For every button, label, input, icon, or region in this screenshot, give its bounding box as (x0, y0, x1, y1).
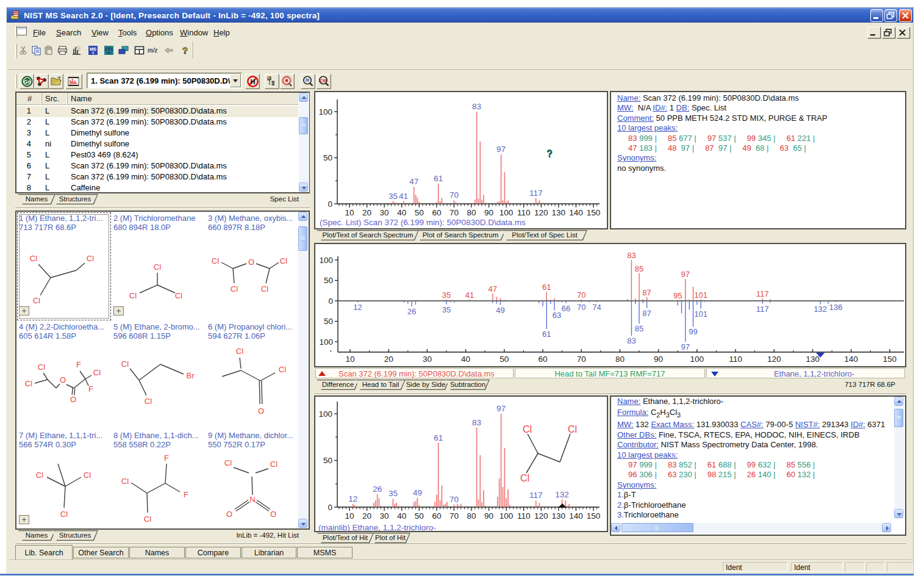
svg-text:49: 49 (496, 306, 504, 315)
svg-text:117: 117 (756, 289, 769, 298)
svg-text:Cl: Cl (212, 256, 219, 265)
svg-text:40: 40 (461, 355, 470, 364)
svg-text:60: 60 (432, 208, 441, 217)
svg-text:Cl: Cl (568, 424, 577, 434)
svg-text:CR: CR (320, 78, 327, 84)
svg-text:70: 70 (449, 190, 459, 200)
svg-text:136: 136 (829, 303, 842, 312)
svg-text:120: 120 (767, 355, 781, 364)
svg-text:95: 95 (673, 291, 682, 300)
svg-text:50: 50 (323, 456, 332, 465)
svg-text:12: 12 (353, 303, 362, 312)
svg-text:90: 90 (654, 355, 663, 364)
svg-text:Cl: Cl (236, 347, 243, 356)
svg-text:83: 83 (627, 336, 636, 345)
svg-text:Cl: Cl (154, 262, 161, 272)
svg-text:117: 117 (529, 189, 543, 198)
svg-text:O: O (270, 510, 276, 519)
svg-text:85: 85 (635, 324, 643, 333)
svg-text:O: O (70, 395, 76, 404)
svg-text:I: I (92, 50, 93, 56)
svg-text:?: ? (182, 45, 188, 56)
svg-text:50: 50 (324, 317, 333, 326)
svg-text:35: 35 (442, 305, 451, 314)
svg-text:Cl: Cl (38, 362, 45, 372)
svg-text:85: 85 (635, 264, 643, 273)
svg-text:Cl: Cl (261, 284, 268, 294)
svg-text:50: 50 (415, 208, 424, 217)
svg-text:70: 70 (449, 495, 459, 504)
svg-text:Cl: Cl (30, 254, 37, 263)
svg-text:100: 100 (319, 337, 333, 347)
svg-text:47: 47 (409, 177, 418, 186)
svg-text:61: 61 (434, 433, 443, 442)
svg-text:10: 10 (345, 511, 354, 521)
svg-text:Br: Br (187, 371, 195, 380)
svg-text:O: O (258, 406, 264, 416)
svg-text:70: 70 (449, 511, 459, 521)
svg-text:F: F (88, 384, 93, 394)
svg-text:30: 30 (380, 208, 389, 217)
svg-text:100: 100 (690, 355, 704, 364)
svg-text:Cl: Cl (129, 291, 137, 300)
svg-text:110: 110 (517, 511, 531, 521)
svg-text:Cl: Cl (279, 365, 286, 374)
svg-text:90: 90 (484, 511, 493, 521)
svg-text:150: 150 (587, 511, 601, 521)
svg-text:N: N (249, 495, 255, 504)
svg-text:117: 117 (529, 491, 543, 500)
svg-text:40: 40 (397, 511, 406, 521)
svg-text:90: 90 (484, 208, 493, 217)
svg-text:49: 49 (413, 488, 422, 497)
svg-text:87: 87 (642, 309, 651, 318)
svg-text:66: 66 (562, 304, 570, 313)
svg-text:47: 47 (489, 284, 497, 294)
svg-text:Cl: Cl (36, 470, 43, 480)
svg-text:Cl: Cl (231, 284, 238, 294)
svg-text:Cl: Cl (224, 458, 232, 467)
svg-text:Cl: Cl (175, 291, 182, 300)
svg-text:F: F (76, 360, 81, 369)
svg-text:83: 83 (472, 102, 481, 111)
svg-text:101: 101 (694, 309, 707, 319)
svg-text:Cl: Cl (270, 460, 278, 469)
svg-text:140: 140 (569, 511, 583, 521)
svg-text:O: O (248, 258, 254, 267)
svg-text:80: 80 (467, 208, 476, 217)
svg-text:99: 99 (689, 327, 697, 336)
svg-text:41: 41 (465, 290, 474, 300)
svg-text:35: 35 (442, 290, 451, 300)
svg-text:35: 35 (389, 192, 398, 201)
svg-text:63: 63 (553, 311, 561, 320)
svg-text:61: 61 (542, 330, 551, 339)
svg-text:Cl: Cl (25, 379, 32, 388)
svg-text:O: O (60, 375, 66, 384)
svg-text:70: 70 (449, 208, 459, 217)
svg-text:20: 20 (362, 208, 371, 217)
svg-text:80: 80 (467, 511, 476, 521)
svg-text:97: 97 (681, 342, 690, 351)
svg-text:60: 60 (538, 355, 547, 364)
svg-text:83: 83 (627, 251, 636, 260)
svg-text:150: 150 (587, 208, 601, 217)
svg-text:20: 20 (362, 511, 371, 521)
svg-text:50: 50 (500, 355, 509, 364)
svg-text:100: 100 (500, 511, 514, 521)
svg-text:H: H (251, 78, 256, 85)
svg-text:110: 110 (517, 208, 531, 217)
svg-text:117: 117 (756, 305, 769, 314)
svg-text:30: 30 (423, 355, 432, 364)
svg-text:Cl: Cl (523, 424, 532, 434)
svg-text:Cl: Cl (87, 254, 94, 263)
svg-text:97: 97 (681, 270, 690, 279)
svg-text:120: 120 (534, 511, 548, 521)
svg-text:41: 41 (399, 192, 408, 201)
svg-text:20: 20 (384, 355, 393, 364)
svg-text:61: 61 (542, 283, 551, 292)
svg-text:100: 100 (319, 256, 333, 265)
svg-text:70: 70 (577, 290, 586, 300)
svg-text:101: 101 (694, 290, 707, 300)
svg-text:132: 132 (814, 305, 827, 314)
svg-text:F: F (184, 490, 188, 499)
svg-text:120: 120 (534, 208, 548, 217)
